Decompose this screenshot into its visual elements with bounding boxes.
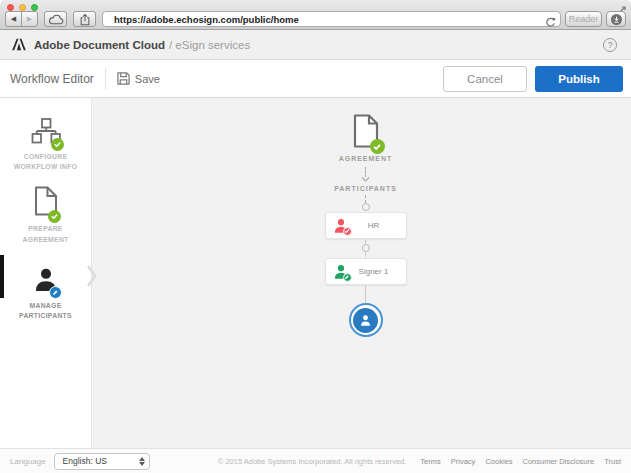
app-header: Adobe Document Cloud / eSign services ? xyxy=(0,30,631,60)
reload-icon[interactable] xyxy=(545,14,556,32)
minimize-window-button[interactable] xyxy=(19,4,26,11)
close-window-button[interactable] xyxy=(7,4,14,11)
active-step-indicator xyxy=(0,255,4,298)
workflow-chart-icon xyxy=(31,118,61,148)
participant-name: HR xyxy=(349,221,399,230)
share-icon xyxy=(79,13,91,26)
link-trust[interactable]: Trust xyxy=(604,457,621,466)
agreement-document-node[interactable] xyxy=(351,114,381,152)
sidebar-item-label: PREPARE AGREEMENT xyxy=(22,224,68,244)
pencil-badge-icon xyxy=(343,273,352,282)
link-cookies[interactable]: Cookies xyxy=(485,457,512,466)
approver-person-icon xyxy=(333,218,349,234)
link-privacy[interactable]: Privacy xyxy=(451,457,476,466)
window-controls xyxy=(7,4,38,11)
url-text: https://adobe.echosign.com/public/home xyxy=(114,14,299,25)
workflow-canvas[interactable]: AGREEMENT PARTICIPANTS xyxy=(92,98,631,448)
zoom-window-button[interactable] xyxy=(31,4,38,11)
browser-chrome: ◀ ▶ https://adobe.echosign.com/public/ho… xyxy=(0,0,631,30)
language-label: Language xyxy=(10,457,46,466)
brand-title: Adobe Document Cloud xyxy=(34,39,165,51)
back-icon: ◀ xyxy=(11,15,16,23)
participant-box-hr[interactable]: HR xyxy=(325,212,407,239)
cancel-button[interactable]: Cancel xyxy=(443,66,527,92)
toolbar-divider xyxy=(105,68,106,90)
sidebar-item-manage-participants[interactable]: MANAGE PARTICIPANTS xyxy=(0,267,91,321)
participant-box-signer1[interactable]: Signer 1 xyxy=(325,258,407,285)
publish-button[interactable]: Publish xyxy=(535,66,623,92)
browser-navbar: ◀ ▶ https://adobe.echosign.com/public/ho… xyxy=(5,11,626,27)
arrow-down-icon xyxy=(361,177,370,182)
connector-line xyxy=(365,252,366,257)
question-icon: ? xyxy=(608,40,613,50)
footer-links: Terms Privacy Cookies Consumer Disclosur… xyxy=(420,457,621,466)
browser-window: ◀ ▶ https://adobe.echosign.com/public/ho… xyxy=(0,0,631,473)
participants-label: PARTICIPANTS xyxy=(334,185,397,192)
connector-dashed-line xyxy=(365,167,366,177)
connector-line xyxy=(365,285,366,303)
workflow-steps-sidebar: CONFIGURE WORKFLOW INFO PREPARE AGREEMEN… xyxy=(0,98,92,448)
page-title: Workflow Editor xyxy=(10,72,94,86)
sidebar-item-label: MANAGE PARTICIPANTS xyxy=(19,301,72,321)
adobe-logo xyxy=(12,38,26,51)
step-complete-check-icon xyxy=(48,210,61,223)
cloud-icon xyxy=(48,14,64,25)
brand-subtitle: / eSign services xyxy=(169,39,250,51)
active-step-chevron-icon xyxy=(87,265,97,291)
agreement-label: AGREEMENT xyxy=(339,155,393,162)
save-icon xyxy=(117,72,130,85)
editor-body: CONFIGURE WORKFLOW INFO PREPARE AGREEMEN… xyxy=(0,98,631,448)
editor-toolbar: Workflow Editor Save Cancel Publish xyxy=(0,60,631,98)
downloads-button[interactable] xyxy=(606,11,626,27)
connector-node xyxy=(362,244,370,252)
add-participant-node[interactable] xyxy=(349,303,383,337)
workflow-diagram: AGREEMENT PARTICIPANTS xyxy=(325,114,407,337)
person-icon xyxy=(33,267,59,297)
signer-person-icon xyxy=(333,264,349,280)
back-button[interactable]: ◀ xyxy=(5,11,22,27)
check-badge-icon xyxy=(343,227,352,236)
save-label: Save xyxy=(135,73,160,85)
participant-name: Signer 1 xyxy=(349,267,399,276)
step-complete-check-icon xyxy=(51,138,64,151)
forward-icon: ▶ xyxy=(27,15,32,23)
save-button[interactable]: Save xyxy=(117,72,160,85)
reader-button[interactable]: Reader xyxy=(565,11,602,27)
language-value: English: US xyxy=(63,456,107,466)
sidebar-item-configure-workflow-info[interactable]: CONFIGURE WORKFLOW INFO xyxy=(0,118,91,172)
help-button[interactable]: ? xyxy=(603,38,617,52)
sidebar-item-prepare-agreement[interactable]: PREPARE AGREEMENT xyxy=(0,186,91,244)
connector-node xyxy=(362,203,370,211)
copyright-text: © 2015 Adobe Systems Incorporated. All r… xyxy=(218,457,407,466)
sidebar-item-label: CONFIGURE WORKFLOW INFO xyxy=(14,152,78,172)
share-button[interactable] xyxy=(73,11,96,27)
connector-dashed-line xyxy=(365,195,366,203)
agreement-check-icon xyxy=(370,139,385,154)
download-icon xyxy=(611,14,622,25)
address-bar[interactable]: https://adobe.echosign.com/public/home xyxy=(102,11,561,27)
edit-pencil-badge-icon xyxy=(49,286,62,299)
forward-button[interactable]: ▶ xyxy=(21,11,38,27)
document-icon xyxy=(34,186,58,220)
page-footer: Language English: US © 2015 Adobe System… xyxy=(0,448,631,473)
select-stepper-icon xyxy=(139,457,145,466)
language-select[interactable]: English: US xyxy=(54,453,150,470)
link-consumer-disclosure[interactable]: Consumer Disclosure xyxy=(522,457,594,466)
link-terms[interactable]: Terms xyxy=(420,457,440,466)
person-circle-icon xyxy=(353,308,378,333)
icloud-tabs-button[interactable] xyxy=(44,11,67,27)
